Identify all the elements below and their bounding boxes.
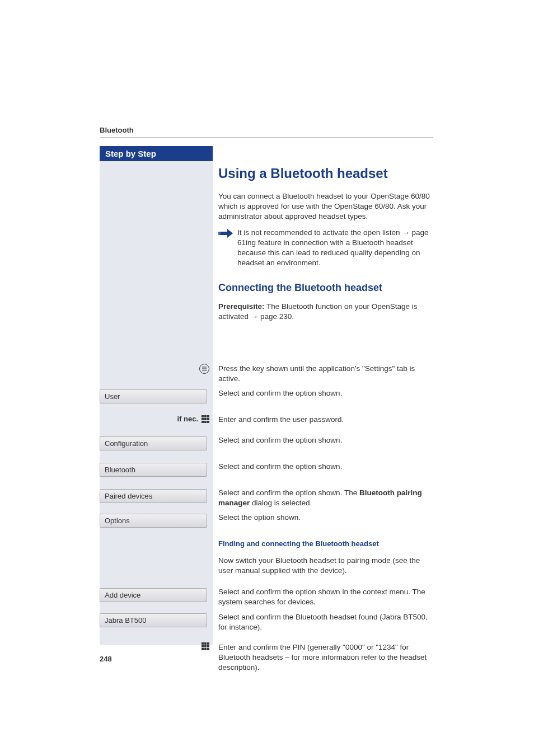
pairing-mode-paragraph: Now switch your Bluetooth headset to pai… [218, 556, 435, 576]
page-number: 248 [100, 655, 112, 663]
step-text: Select the option shown. [213, 513, 435, 523]
heading-connecting: Connecting the Bluetooth headset [218, 282, 433, 294]
svg-marker-1 [227, 229, 233, 238]
menu-paired-devices: Paired devices [100, 489, 207, 503]
menu-add-device: Add device [100, 588, 207, 602]
menu-user: User [100, 389, 207, 403]
step-text: Select and confirm the option shown. [213, 388, 435, 398]
note-box: It is not recommended to activate the op… [218, 228, 433, 269]
note-arrow-icon [218, 228, 234, 238]
note-text: It is not recommended to activate the op… [234, 228, 433, 269]
header-section: Bluetooth [100, 126, 433, 134]
menu-bluetooth: Bluetooth [100, 463, 207, 477]
step-text: Select and confirm the Bluetooth headset… [213, 612, 435, 632]
step-text: Select and confirm the option shown in t… [213, 587, 435, 607]
menu-options: Options [100, 514, 207, 528]
header-rule [100, 138, 433, 138]
step-text: Select and confirm the option shown. The… [213, 488, 435, 508]
steps-container: Press the key shown until the applicatio… [100, 364, 435, 678]
heading-using-bluetooth: Using a Bluetooth headset [218, 166, 433, 181]
step-text: Enter and confirm the PIN (generally "00… [213, 642, 435, 673]
if-nec-label: if nec. [177, 415, 198, 423]
heading-finding-connecting: Finding and connecting the Bluetooth hea… [218, 539, 435, 549]
step-text: Enter and confirm the user password. [213, 415, 435, 425]
menu-configuration: Configuration [100, 436, 207, 450]
keypad-icon [202, 642, 209, 650]
intro-paragraph: You can connect a Bluetooth headset to y… [218, 191, 433, 222]
settings-key-icon [199, 364, 209, 374]
svg-rect-2 [218, 232, 221, 235]
step-text: Select and confirm the option shown. [213, 462, 435, 472]
step-text: Press the key shown until the applicatio… [213, 364, 435, 384]
step-text: Select and confirm the option shown. [213, 435, 435, 445]
menu-jabra-bt500: Jabra BT500 [100, 613, 207, 627]
keypad-icon [202, 415, 209, 423]
prerequisite-paragraph: Prerequisite: The Bluetooth function on … [218, 302, 433, 322]
prerequisite-label: Prerequisite: [218, 302, 265, 311]
step-by-step-header: Step by Step [100, 146, 213, 161]
